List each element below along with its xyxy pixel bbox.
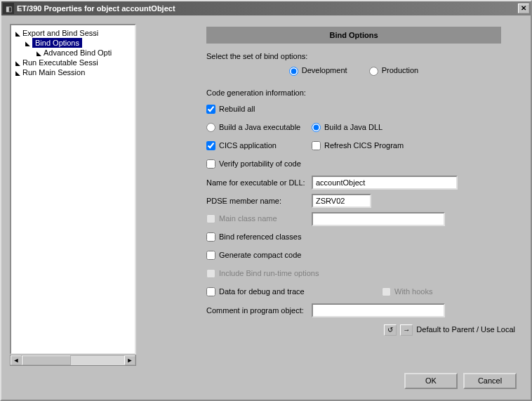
- arrow-icon: ◣: [15, 30, 22, 37]
- checkbox-bind-referenced[interactable]: Bind referenced classes: [206, 232, 301, 242]
- checkbox-include-bind-runtime-input: [206, 269, 215, 278]
- checkbox-main-class: Main class name: [206, 214, 277, 224]
- radio-production[interactable]: Production: [369, 66, 419, 74]
- ok-button[interactable]: OK: [404, 373, 458, 389]
- checkbox-label: Data for debug and trace: [219, 287, 305, 296]
- nav-tree[interactable]: ◣Export and Bind Sessi ◣Bind Options ◣Ad…: [10, 24, 136, 355]
- pdse-label: PDSE member name:: [206, 197, 312, 205]
- arrow-icon: ◣: [15, 60, 22, 67]
- scroll-right-button[interactable]: ►: [124, 355, 135, 365]
- close-button[interactable]: ✕: [518, 4, 529, 13]
- comment-label: Comment in program object:: [206, 306, 312, 315]
- default-to-parent-button[interactable]: ↺: [384, 324, 397, 336]
- checkbox-generate-compact[interactable]: Generate compact code: [206, 251, 301, 261]
- radio-production-input[interactable]: [369, 67, 378, 76]
- name-exec-label: Name for executable or DLL:: [206, 178, 312, 187]
- checkbox-label: Include Bind run-time options: [219, 269, 319, 277]
- codegen-label: Code generation information:: [206, 88, 515, 97]
- default-label: Default to Parent / Use Local: [416, 325, 515, 334]
- checkbox-bind-referenced-input[interactable]: [206, 232, 215, 242]
- use-local-button[interactable]: →: [400, 324, 413, 336]
- tree-item-run-exec[interactable]: ◣Run Executable Sessi: [13, 58, 133, 67]
- radio-development[interactable]: Development: [289, 66, 347, 74]
- tree-item-export-bind[interactable]: ◣Export and Bind Sessi: [13, 28, 133, 38]
- name-exec-input[interactable]: [312, 176, 458, 190]
- dialog-buttons: OK Cancel: [10, 366, 522, 391]
- main-class-input[interactable]: [312, 212, 445, 226]
- checkbox-cics-app-input[interactable]: [206, 141, 215, 150]
- tree-item-run-main[interactable]: ◣Run Main Session: [13, 67, 133, 77]
- scroll-left-button[interactable]: ◄: [11, 355, 22, 365]
- tree-label: Run Main Session: [22, 68, 85, 77]
- checkbox-main-class-input: [206, 214, 215, 223]
- app-icon: ◧: [3, 3, 14, 14]
- checkbox-label: CICS application: [219, 141, 277, 150]
- scroll-thumb[interactable]: [22, 355, 71, 365]
- select-prompt: Select the set of bind options:: [206, 52, 515, 60]
- window-title: ET/390 Properties for object accountObje…: [17, 4, 518, 13]
- dialog-body: ◣Export and Bind Sessi ◣Bind Options ◣Ad…: [1, 15, 531, 400]
- cancel-button[interactable]: Cancel: [463, 373, 517, 389]
- tree-label: Export and Bind Sessi: [22, 29, 98, 37]
- radio-build-java-exec[interactable]: Build a Java executable: [206, 123, 300, 133]
- radio-label: Development: [302, 66, 347, 74]
- arrow-icon: ◣: [15, 70, 22, 77]
- panel-header: Bind Options: [206, 27, 501, 44]
- checkbox-verify-portability-input[interactable]: [206, 159, 215, 169]
- checkbox-rebuild-all[interactable]: Rebuild all: [206, 105, 255, 114]
- checkbox-data-debug[interactable]: Data for debug and trace: [206, 287, 305, 296]
- checkbox-data-debug-input[interactable]: [206, 287, 215, 296]
- checkbox-label: With hooks: [394, 287, 432, 296]
- tree-hscrollbar[interactable]: ◄ ►: [10, 355, 136, 366]
- pdse-input[interactable]: [312, 194, 371, 208]
- checkbox-rebuild-all-input[interactable]: [206, 105, 215, 114]
- radio-build-java-dll-input[interactable]: [312, 123, 321, 132]
- checkbox-with-hooks-input: [382, 287, 391, 296]
- dialog-window: ◧ ET/390 Properties for object accountOb…: [0, 0, 532, 401]
- checkbox-label: Verify portability of code: [219, 159, 301, 168]
- checkbox-label: Bind referenced classes: [219, 232, 301, 241]
- checkbox-label: Rebuild all: [219, 105, 255, 113]
- radio-development-input[interactable]: [289, 67, 298, 76]
- scroll-track[interactable]: [71, 355, 124, 365]
- tree-label: Run Executable Sessi: [22, 58, 98, 67]
- checkbox-cics-app[interactable]: CICS application: [206, 141, 277, 151]
- tree-item-advanced-bind[interactable]: ◣Advanced Bind Opti: [13, 48, 133, 58]
- checkbox-label: Generate compact code: [219, 251, 301, 259]
- arrow-icon: ◣: [25, 40, 32, 47]
- checkbox-label: Main class name: [219, 214, 277, 223]
- radio-label: Production: [382, 66, 419, 74]
- checkbox-with-hooks: With hooks: [382, 287, 432, 296]
- radio-build-java-exec-input[interactable]: [206, 123, 215, 132]
- checkbox-refresh-cics-input[interactable]: [312, 141, 321, 150]
- content-panel: Bind Options Select the set of bind opti…: [143, 24, 522, 366]
- comment-input[interactable]: [312, 303, 445, 317]
- radio-build-java-dll[interactable]: Build a Java DLL: [312, 123, 383, 133]
- checkbox-include-bind-runtime: Include Bind run-time options: [206, 269, 319, 279]
- radio-label: Build a Java DLL: [324, 123, 383, 131]
- checkbox-refresh-cics[interactable]: Refresh CICS Program: [312, 141, 404, 151]
- radio-label: Build a Java executable: [219, 123, 300, 131]
- tree-panel: ◣Export and Bind Sessi ◣Bind Options ◣Ad…: [10, 24, 136, 366]
- tree-item-bind-options[interactable]: Bind Options: [32, 38, 82, 48]
- checkbox-verify-portability[interactable]: Verify portability of code: [206, 159, 301, 169]
- checkbox-label: Refresh CICS Program: [324, 141, 404, 150]
- tree-label: Advanced Bind Opti: [44, 48, 112, 57]
- arrow-icon: ◣: [36, 50, 44, 57]
- titlebar: ◧ ET/390 Properties for object accountOb…: [1, 1, 531, 15]
- checkbox-generate-compact-input[interactable]: [206, 251, 215, 260]
